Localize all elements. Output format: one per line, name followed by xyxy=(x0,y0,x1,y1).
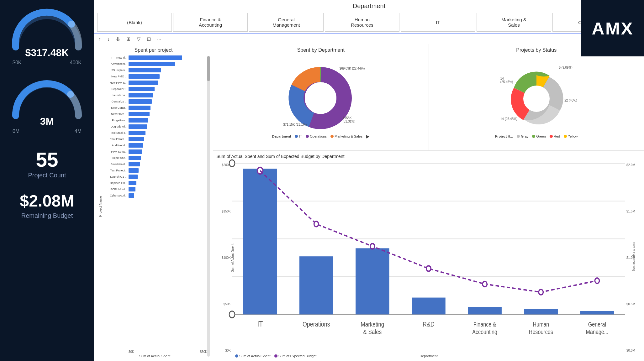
legend-more-icon[interactable]: ▶ xyxy=(366,134,370,139)
dept-filter-title: Department xyxy=(94,0,644,11)
gauge2-svg xyxy=(9,75,85,119)
y-right-title: Sum of Expected Budg... xyxy=(632,242,636,274)
y-right-15m: $1.5M xyxy=(626,210,641,213)
xlabel-mkt2: & Sales xyxy=(363,328,382,335)
legend-it-label: IT xyxy=(299,134,302,138)
y-left-0k: $0K xyxy=(216,349,231,352)
sort-desc2-icon[interactable]: ⇊ xyxy=(115,35,121,43)
bar-fill xyxy=(129,68,161,72)
y-left-50k: $50K xyxy=(216,302,231,306)
bar-fill xyxy=(129,124,147,129)
bar-fill xyxy=(129,99,152,104)
bar-label: Upgrade wi... xyxy=(102,125,127,128)
x-label-50k: $50K xyxy=(200,350,207,353)
dept-btn-hr[interactable]: HumanResources xyxy=(325,13,399,32)
xlabel-rd: R&D xyxy=(423,321,435,328)
legend-gray-label: Gray xyxy=(521,134,528,138)
bar-label: Progetto n... xyxy=(102,119,127,122)
y-left-title: Sum of Actual Spent xyxy=(231,243,234,272)
y-right-05m: $0.5M xyxy=(626,302,641,306)
bar-fill xyxy=(129,149,142,154)
bar-fill xyxy=(129,156,141,160)
bar-label: Repower P... xyxy=(102,87,127,91)
sort-desc-icon[interactable]: ↓ xyxy=(106,36,111,43)
legend-mkt-dot xyxy=(330,135,334,138)
gauge2-min: 0M xyxy=(13,128,19,134)
x-axis-title-combined: Department xyxy=(232,354,625,358)
combined-chart-section: Sum of Actual Spent and Sum of Expected … xyxy=(213,151,644,361)
bar-label: New Store ... xyxy=(102,112,127,116)
bar-row: Cybersecuri... xyxy=(102,193,206,198)
y-left-200k: $200K xyxy=(216,163,231,167)
bar-label: 5S Implem... xyxy=(102,69,127,72)
dept-btn-finance[interactable]: Finance &Accounting xyxy=(173,13,248,32)
pie-legend: Project H... Gray Green xyxy=(495,134,578,138)
bar-row: SCRUM wit... xyxy=(102,186,206,192)
bar-ops xyxy=(299,256,333,314)
gauge2-container: 3M 0M 4M xyxy=(6,75,88,134)
bar-fill xyxy=(129,62,175,66)
bar-row: IT - New Ti... xyxy=(102,55,206,60)
bar-fill xyxy=(129,193,134,198)
more-icon[interactable]: ··· xyxy=(156,36,162,43)
dept-btn-blank[interactable]: (Blank) xyxy=(97,13,172,32)
scrollbar-thumb[interactable] xyxy=(207,56,210,81)
xlabel-fin: Finance & xyxy=(473,321,496,328)
bar-row: PPM Softw... xyxy=(102,149,206,154)
gauge2-range: 0M 4M xyxy=(13,128,82,134)
y-dot-200k xyxy=(229,160,235,167)
legend-red-label: Red xyxy=(554,134,560,138)
bar-gen xyxy=(580,311,614,315)
bar-row: Tool Stack I... xyxy=(102,130,206,136)
bar-row: Additive M... xyxy=(102,143,206,148)
dept-btn-it[interactable]: IT xyxy=(401,13,475,32)
combined-svg: IT Operations Marketing & Sales R&D Fina… xyxy=(232,163,625,352)
dot-rd xyxy=(426,266,431,271)
scrollbar-track[interactable] xyxy=(207,56,210,357)
sort-asc-icon[interactable]: ↑ xyxy=(97,36,102,43)
bar-fill xyxy=(129,168,139,173)
charts-area: Spent per project Project Name IT - New … xyxy=(94,44,644,361)
filter-icon[interactable]: ▽ xyxy=(135,35,142,43)
legend-gray: Gray xyxy=(517,134,528,138)
bar-row: Project Sce... xyxy=(102,155,206,161)
project-count-block: 55 Project Count xyxy=(28,150,66,179)
bar-fill xyxy=(129,55,182,60)
bar-label: Project Sce... xyxy=(102,156,127,160)
bar-row: Launch ne... xyxy=(102,92,206,98)
bar-label: Launch ne... xyxy=(102,94,127,97)
filter-section: Department (Blank) Finance &Accounting G… xyxy=(94,0,644,44)
dept-btn-general[interactable]: GeneralManagement xyxy=(249,13,324,32)
bar-label: Real Estate ... xyxy=(102,138,127,141)
group-icon[interactable]: ⊞ xyxy=(125,35,132,43)
xlabel-fin2: Accounting xyxy=(472,328,497,335)
legend-yellow-label: Yellow xyxy=(568,134,578,138)
y-axis-label: Project Name xyxy=(97,55,102,358)
bar-row: Centralize ... xyxy=(102,99,206,104)
dept-btn-marketing[interactable]: Marketing &Sales xyxy=(477,13,551,32)
bar-fill xyxy=(129,131,145,135)
bar-row: 5S Implem... xyxy=(102,67,206,73)
project-h-label: Project H... xyxy=(495,134,513,138)
bar-row: New Const... xyxy=(102,105,206,111)
bar-label: PPM Softw... xyxy=(102,150,127,153)
dot-ops xyxy=(314,221,319,227)
y-left-100k: $100K xyxy=(216,256,231,259)
bar-row: New Store ... xyxy=(102,111,206,117)
y-dot-0k xyxy=(229,311,235,318)
dot-gen xyxy=(595,278,599,283)
chart-top-row: Spent by Department xyxy=(213,44,644,151)
bar-fill xyxy=(129,175,138,179)
brand-name: AMX xyxy=(592,18,633,39)
x-axis-title: Sum of Actual Spent xyxy=(102,353,207,358)
bar-label: New Const... xyxy=(102,106,127,109)
bar-label: Tool Stack I... xyxy=(102,131,127,134)
bar-row: Test Project... xyxy=(102,168,206,173)
legend-gray-dot xyxy=(517,135,520,138)
expand-icon[interactable]: ⊡ xyxy=(145,35,152,43)
bar-fin xyxy=(468,307,501,315)
bar-label: New PPM S... xyxy=(102,81,127,84)
bar-row: Replace ER... xyxy=(102,180,206,186)
dot-hr xyxy=(539,290,543,295)
bar-fill xyxy=(129,112,150,116)
